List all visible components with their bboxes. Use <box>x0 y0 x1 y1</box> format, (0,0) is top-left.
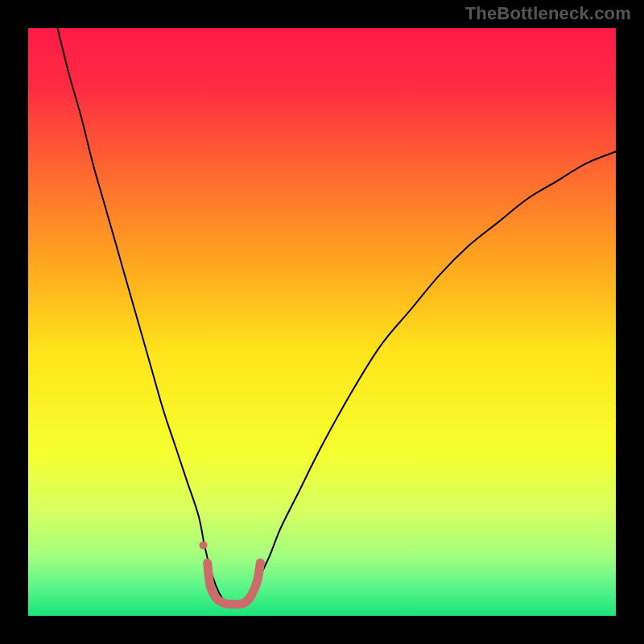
plot-area <box>28 28 616 616</box>
chart-svg <box>28 28 616 616</box>
chart-frame: TheBottleneck.com <box>0 0 644 644</box>
watermark-text: TheBottleneck.com <box>465 3 631 24</box>
series-dot <box>200 541 208 549</box>
chart-background <box>28 28 616 616</box>
